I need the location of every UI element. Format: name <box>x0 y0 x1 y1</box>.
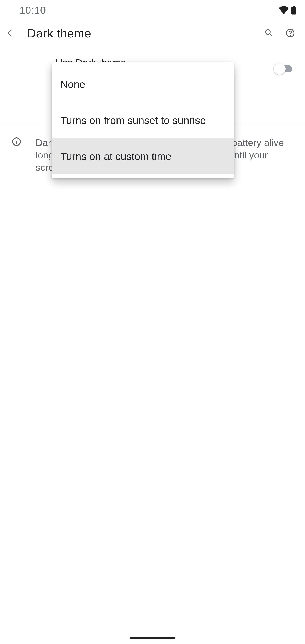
schedule-menu: None Turns on from sunset to sunrise Tur… <box>52 62 234 178</box>
status-bar: 10:10 <box>0 0 305 20</box>
menu-item-none[interactable]: None <box>52 66 234 102</box>
help-button[interactable] <box>280 22 301 44</box>
status-icons <box>279 6 296 14</box>
svg-rect-0 <box>292 6 296 14</box>
svg-rect-1 <box>293 6 294 7</box>
nav-handle[interactable] <box>130 637 175 639</box>
arrow-left-icon <box>6 28 15 38</box>
status-time: 10:10 <box>20 4 46 16</box>
wifi-icon <box>279 6 289 14</box>
info-icon <box>12 137 22 174</box>
menu-item-sunset-sunrise[interactable]: Turns on from sunset to sunrise <box>52 102 234 138</box>
search-icon <box>264 28 274 38</box>
help-icon <box>285 28 295 38</box>
use-dark-theme-switch[interactable] <box>274 63 292 74</box>
app-bar: Dark theme <box>0 20 305 46</box>
page-title: Dark theme <box>27 26 258 40</box>
search-button[interactable] <box>258 22 280 44</box>
switch-thumb <box>274 63 286 75</box>
menu-item-custom-time[interactable]: Turns on at custom time <box>52 138 234 174</box>
battery-icon <box>291 6 296 14</box>
back-button[interactable] <box>0 22 21 44</box>
